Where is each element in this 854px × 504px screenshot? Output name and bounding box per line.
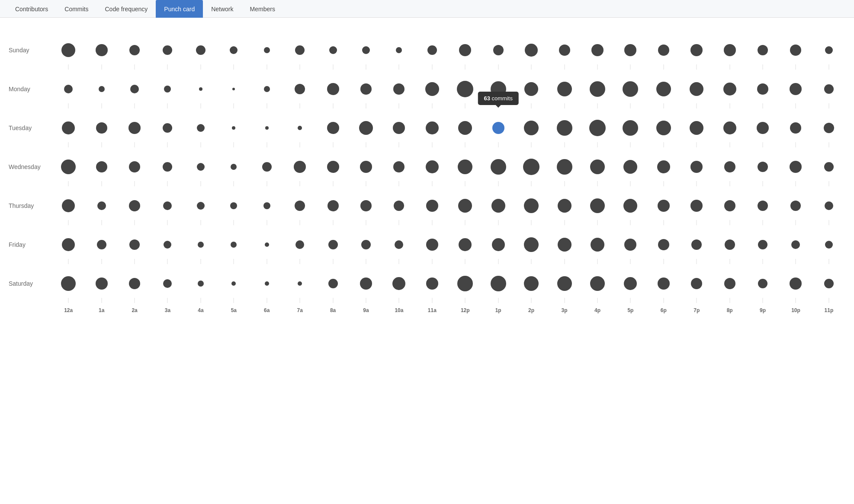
dot-cell[interactable]	[713, 31, 746, 70]
dot-cell[interactable]	[680, 225, 713, 264]
dot-cell[interactable]	[449, 186, 482, 225]
dot-cell[interactable]	[680, 264, 713, 303]
dot-cell[interactable]	[350, 225, 382, 264]
dot-cell[interactable]	[283, 70, 316, 108]
dot-cell[interactable]	[85, 31, 118, 70]
dot-cell[interactable]	[647, 31, 680, 70]
dot-cell[interactable]	[118, 31, 151, 70]
dot-cell[interactable]	[548, 186, 581, 225]
tab-network[interactable]: Network	[203, 0, 241, 18]
dot-cell[interactable]	[581, 225, 614, 264]
dot-cell[interactable]	[548, 31, 581, 70]
dot-cell[interactable]	[746, 186, 779, 225]
dot-cell[interactable]	[85, 147, 118, 186]
dot-cell[interactable]	[614, 70, 647, 108]
dot-cell[interactable]	[680, 31, 713, 70]
dot-cell[interactable]	[85, 186, 118, 225]
dot-cell[interactable]	[482, 186, 514, 225]
dot-cell[interactable]	[548, 225, 581, 264]
dot-cell[interactable]	[548, 108, 581, 147]
dot-cell[interactable]	[647, 108, 680, 147]
dot-cell[interactable]	[350, 186, 382, 225]
dot-cell[interactable]	[151, 186, 184, 225]
dot-cell[interactable]	[515, 147, 548, 186]
dot-cell[interactable]	[250, 264, 283, 303]
dot-cell[interactable]: 63 commits	[482, 108, 514, 147]
dot-cell[interactable]	[482, 225, 514, 264]
dot-cell[interactable]	[416, 225, 449, 264]
tab-code-frequency[interactable]: Code frequency	[97, 0, 156, 18]
dot-cell[interactable]	[581, 186, 614, 225]
dot-cell[interactable]	[316, 225, 349, 264]
dot-cell[interactable]	[779, 70, 812, 108]
dot-cell[interactable]	[779, 147, 812, 186]
dot-cell[interactable]	[812, 264, 845, 303]
dot-cell[interactable]	[184, 186, 217, 225]
dot-cell[interactable]	[350, 108, 382, 147]
dot-cell[interactable]	[548, 264, 581, 303]
dot-cell[interactable]	[812, 147, 845, 186]
dot-cell[interactable]	[515, 225, 548, 264]
dot-cell[interactable]	[614, 108, 647, 147]
dot-cell[interactable]	[217, 147, 250, 186]
dot-cell[interactable]	[515, 70, 548, 108]
dot-cell[interactable]	[350, 31, 382, 70]
dot-cell[interactable]	[118, 186, 151, 225]
dot-cell[interactable]	[52, 264, 85, 303]
dot-cell[interactable]	[416, 147, 449, 186]
dot-cell[interactable]	[449, 31, 482, 70]
dot-cell[interactable]	[746, 264, 779, 303]
dot-cell[interactable]	[151, 264, 184, 303]
dot-cell[interactable]	[184, 147, 217, 186]
dot-cell[interactable]	[713, 108, 746, 147]
dot-cell[interactable]	[713, 186, 746, 225]
dot-cell[interactable]	[614, 147, 647, 186]
dot-cell[interactable]	[350, 70, 382, 108]
dot-cell[interactable]	[614, 225, 647, 264]
dot-cell[interactable]	[680, 70, 713, 108]
dot-cell[interactable]	[581, 70, 614, 108]
dot-cell[interactable]	[779, 186, 812, 225]
dot-cell[interactable]	[614, 186, 647, 225]
dot-cell[interactable]	[151, 31, 184, 70]
dot-cell[interactable]	[416, 108, 449, 147]
dot-cell[interactable]	[779, 264, 812, 303]
dot-cell[interactable]	[52, 147, 85, 186]
tab-commits[interactable]: Commits	[56, 0, 96, 18]
dot-cell[interactable]	[283, 225, 316, 264]
dot-cell[interactable]	[614, 31, 647, 70]
dot-cell[interactable]	[250, 186, 283, 225]
dot-cell[interactable]	[680, 147, 713, 186]
dot-cell[interactable]	[515, 31, 548, 70]
dot-cell[interactable]	[812, 225, 845, 264]
dot-cell[interactable]	[416, 70, 449, 108]
dot-cell[interactable]	[779, 108, 812, 147]
dot-cell[interactable]	[449, 264, 482, 303]
dot-cell[interactable]	[416, 186, 449, 225]
dot-cell[interactable]	[217, 31, 250, 70]
tab-members[interactable]: Members	[242, 0, 283, 18]
dot-cell[interactable]	[680, 186, 713, 225]
dot-cell[interactable]	[779, 31, 812, 70]
dot-cell[interactable]	[316, 264, 349, 303]
dot-cell[interactable]	[382, 225, 415, 264]
dot-cell[interactable]	[713, 225, 746, 264]
dot-cell[interactable]	[184, 70, 217, 108]
dot-cell[interactable]	[515, 264, 548, 303]
dot-cell[interactable]	[118, 225, 151, 264]
dot-cell[interactable]	[416, 31, 449, 70]
dot-cell[interactable]	[85, 264, 118, 303]
dot-cell[interactable]	[184, 31, 217, 70]
dot-cell[interactable]	[316, 108, 349, 147]
dot-cell[interactable]	[151, 70, 184, 108]
dot-cell[interactable]	[217, 70, 250, 108]
dot-cell[interactable]	[614, 264, 647, 303]
dot-cell[interactable]	[713, 147, 746, 186]
dot-cell[interactable]	[283, 31, 316, 70]
dot-cell[interactable]	[449, 147, 482, 186]
dot-cell[interactable]	[184, 264, 217, 303]
tab-punch-card[interactable]: Punch card	[156, 0, 203, 18]
dot-cell[interactable]	[746, 147, 779, 186]
dot-cell[interactable]	[316, 186, 349, 225]
dot-cell[interactable]	[581, 264, 614, 303]
